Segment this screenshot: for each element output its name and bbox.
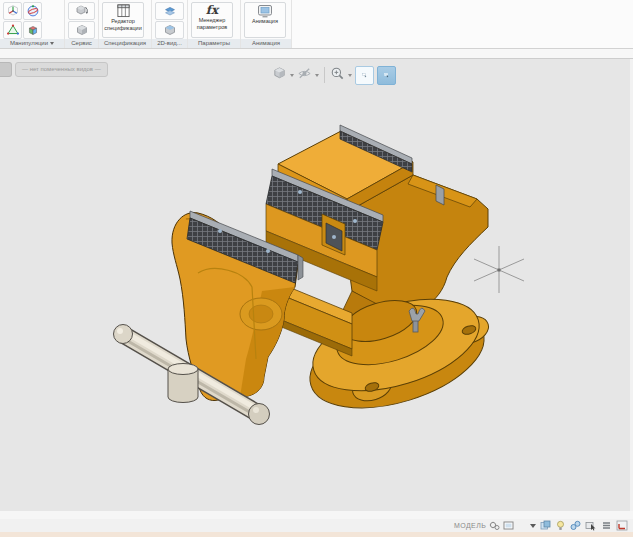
component-faces-icon[interactable]: [23, 21, 42, 39]
window-bottom-strip: [0, 532, 633, 537]
fx-icon: fx: [206, 4, 218, 17]
animation-screen-icon: [257, 4, 273, 18]
animation-label: Анимация: [245, 18, 286, 25]
ribbon-group-parameters: fx Менеджер параметров Параметры: [188, 0, 241, 48]
cad-application-window: Манипуляции: [0, 0, 633, 537]
group-label-manipulations[interactable]: Манипуляции: [0, 39, 64, 48]
gears-icon[interactable]: [489, 521, 500, 531]
parameters-manager-label: Менеджер параметров: [192, 17, 233, 30]
selection-filter-icon[interactable]: [540, 520, 551, 531]
ribbon: Манипуляции: [0, 0, 633, 49]
view-face-icon[interactable]: [155, 21, 184, 39]
bom-editor-button[interactable]: Редактор спецификации: [102, 2, 144, 38]
ribbon-lower-band: [0, 49, 633, 59]
flip-2d-icon[interactable]: [155, 2, 184, 20]
bom-editor-label: Редактор спецификации: [103, 18, 144, 31]
parameters-manager-button[interactable]: fx Менеджер параметров: [191, 2, 233, 38]
ribbon-group-animation: Анимация Анимация: [241, 0, 292, 48]
group-label-parameters: Параметры: [188, 39, 240, 48]
ribbon-group-bom: Редактор спецификации Спецификация: [99, 0, 152, 48]
ribbon-group-service: Сервис: [65, 0, 99, 48]
snap-icon[interactable]: [570, 520, 581, 531]
origin-indicator: [474, 246, 524, 293]
chevron-down-icon: [50, 42, 54, 45]
display-icon[interactable]: [503, 521, 514, 530]
group-label-bom: Спецификация: [99, 39, 151, 48]
group-label-2d-view: 2D-вид...: [152, 39, 187, 48]
cube-icon[interactable]: [68, 21, 95, 39]
layers-icon[interactable]: [601, 520, 612, 531]
tweak-triangle-icon[interactable]: [3, 21, 22, 39]
cursor-box-icon[interactable]: [585, 520, 597, 531]
ribbon-group-2d-view: 2D-вид...: [152, 0, 188, 48]
dropdown-caret-icon[interactable]: [530, 524, 536, 528]
group-label-animation: Анимация: [241, 39, 291, 48]
bom-table-icon: [116, 4, 131, 18]
ribbon-group-manipulations: Манипуляции: [0, 0, 65, 48]
chart-icon[interactable]: [616, 520, 628, 531]
bench-vise-3d-model[interactable]: [0, 59, 633, 511]
model-viewport[interactable]: — нет помеченных видов —: [0, 59, 633, 511]
status-bar: МОДЕЛЬ: [0, 519, 633, 532]
animation-button[interactable]: Анимация: [244, 2, 286, 38]
triad-icon[interactable]: [3, 2, 22, 20]
group-label-service: Сервис: [65, 39, 98, 48]
orbit-sphere-icon[interactable]: [23, 2, 42, 20]
cube-rotate-icon[interactable]: [68, 2, 95, 20]
mode-label[interactable]: МОДЕЛЬ: [454, 522, 486, 529]
lightbulb-icon[interactable]: [555, 520, 566, 531]
